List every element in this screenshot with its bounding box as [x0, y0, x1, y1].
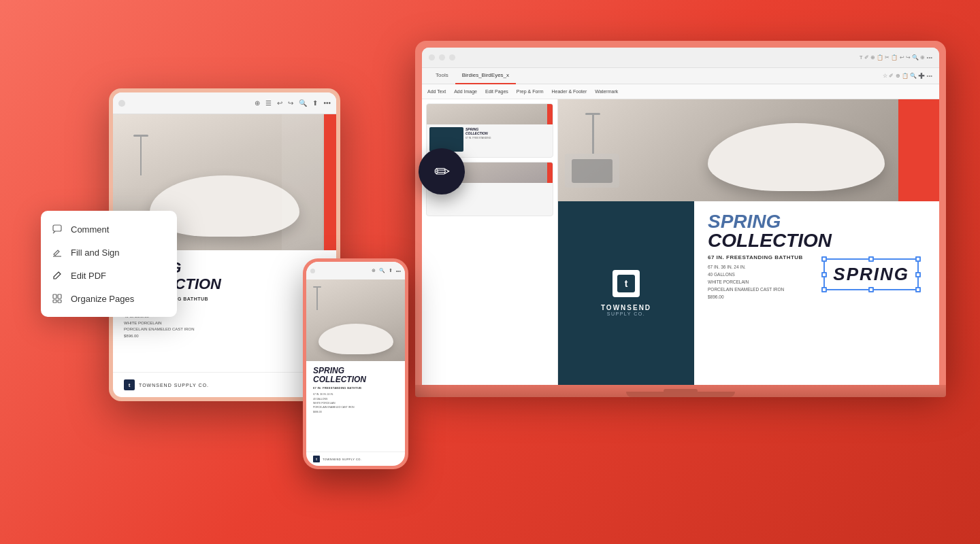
organize-label: Organize Pages	[71, 294, 134, 304]
laptop-menu-bar: Add Text Add Image Edit Pages Prep & For…	[422, 84, 939, 99]
svg-rect-0	[53, 225, 61, 231]
phone-back-icon[interactable]	[310, 269, 315, 273]
resize-handle-mr[interactable]	[915, 272, 921, 277]
laptop-collection-word: COLLECTION	[708, 230, 832, 251]
svg-rect-5	[53, 300, 56, 303]
laptop-toolbar-icons: T ✐ ⊕ 📋 ✂ 📋 ↩ ↪ 🔍 ⊕ •••	[860, 54, 932, 61]
laptop-tab-controls: ☆ ✐ ⊕ 📋 🔍 ➕ •••	[883, 73, 932, 79]
phone-device: ⊕ 🔍 ⬆ ••• SPRING COLLECTION 67 IN. FREES…	[303, 258, 408, 469]
laptop-brand-sub: SUPPLY CO.	[607, 311, 645, 316]
menu-item-organize[interactable]: Organize Pages	[41, 287, 177, 310]
laptop-sidebar: SPRINGCOLLECTION 67 IN. FREESTANDING Add…	[422, 99, 558, 385]
laptop-content-panel: SPRING COLLECTION 67 IN. FREESTANDING BA…	[694, 201, 939, 385]
toolbar-icon-6[interactable]: ⬆	[312, 99, 318, 107]
svg-rect-6	[58, 300, 61, 303]
spring-selected-text: SPRING	[833, 264, 909, 284]
resize-handle-tl[interactable]	[821, 256, 827, 262]
fill-sign-label: Fill and Sign	[71, 248, 120, 258]
laptop-brand-panel: t TOWNSEND SUPPLY CO.	[558, 201, 694, 385]
menu-item-edit-pdf[interactable]: Edit PDF	[41, 264, 177, 287]
townsend-logo-letter: t	[617, 275, 635, 292]
laptop-content-area: SPRINGCOLLECTION 67 IN. FREESTANDING Add…	[422, 99, 939, 385]
laptop-notch	[664, 389, 698, 393]
townsend-logo-phone: t	[313, 456, 320, 462]
laptop-menu-add-text[interactable]: Add Text	[427, 89, 446, 94]
fab-edit-icon: ✏	[434, 160, 450, 183]
context-menu: Comment Fill and Sign Edit PDF Orga	[41, 211, 177, 317]
resize-handle-ml[interactable]	[821, 272, 827, 277]
laptop-menu-edit-pages[interactable]: Edit Pages	[485, 89, 508, 94]
laptop-spring-title: SPRING COLLECTION	[708, 212, 926, 250]
laptop-tab-bar: Tools Birdies_BirdEyes_x ☆ ✐ ⊕ 📋 🔍 ➕ •••	[422, 68, 939, 84]
laptop-dot-1	[429, 54, 435, 61]
phone-toolbar: ⊕ 🔍 ⬆ •••	[306, 262, 405, 279]
phone-document-content: SPRING COLLECTION 67 IN. FREESTANDING BA…	[306, 361, 405, 452]
townsend-logo-large: t	[612, 270, 640, 297]
laptop-base	[415, 385, 946, 397]
laptop-menu-prep-form[interactable]: Prep & Form	[517, 89, 544, 94]
townsend-logo-tablet: t	[124, 379, 135, 390]
menu-item-fill-sign[interactable]: Fill and Sign	[41, 241, 177, 264]
laptop-spring-word: SPRING	[708, 211, 781, 232]
toolbar-back-icon[interactable]	[118, 100, 125, 107]
laptop-tab-tools[interactable]: Tools	[429, 68, 455, 84]
laptop-toolbar: T ✐ ⊕ 📋 ✂ 📋 ↩ ↪ 🔍 ⊕ •••	[422, 48, 939, 68]
laptop-dot-2	[439, 54, 445, 61]
menu-item-comment[interactable]: Comment	[41, 218, 177, 241]
laptop-brand-name: TOWNSEND	[601, 304, 651, 311]
toolbar-icon-4[interactable]: ↪	[288, 99, 293, 107]
toolbar-icon-2[interactable]: ☰	[265, 99, 272, 107]
laptop-menu-watermark[interactable]: Watermark	[595, 89, 618, 94]
phone-document-image	[306, 279, 405, 361]
laptop-menu-header-footer[interactable]: Header & Footer	[552, 89, 587, 94]
svg-rect-4	[58, 294, 61, 299]
resize-handle-bm[interactable]	[868, 287, 874, 292]
comment-icon	[52, 224, 63, 235]
laptop-display: T ✐ ⊕ 📋 ✂ 📋 ↩ ↪ 🔍 ⊕ ••• Tools Birdies_Bi…	[422, 48, 939, 385]
organize-icon	[52, 293, 63, 304]
phone-footer: t TOWNSEND SUPPLY CO.	[306, 452, 405, 466]
toolbar-icon-7[interactable]: •••	[323, 99, 331, 107]
edit-pdf-icon	[52, 270, 63, 281]
spring-text-box-selected[interactable]: SPRING	[823, 258, 919, 290]
phone-product-subtitle: 67 IN. FREESTANDING BATHTUB	[313, 386, 398, 390]
fill-sign-icon	[52, 247, 63, 258]
laptop-tab-document[interactable]: Birdies_BirdEyes_x	[455, 68, 516, 84]
phone-spring-title: SPRING COLLECTION	[313, 367, 398, 384]
fab-edit-button[interactable]: ✏	[419, 148, 465, 194]
resize-handle-br[interactable]	[915, 287, 921, 292]
laptop-document-body: t TOWNSEND SUPPLY CO. SPRING COLLECTION …	[558, 201, 939, 385]
laptop-menu-add-image[interactable]: Add Image	[454, 89, 477, 94]
townsend-brand-phone: TOWNSEND SUPPLY CO.	[323, 458, 362, 461]
laptop-dot-3	[449, 54, 455, 61]
laptop-document-header-image	[558, 99, 939, 201]
laptop-device: T ✐ ⊕ 📋 ✂ 📋 ↩ ↪ 🔍 ⊕ ••• Tools Birdies_Bi…	[415, 41, 946, 397]
tablet-toolbar: ⊕ ☰ ↩ ↪ 🔍 ⬆ •••	[113, 92, 336, 114]
svg-rect-3	[53, 294, 56, 299]
edit-pdf-label: Edit PDF	[71, 271, 106, 281]
laptop-screen: T ✐ ⊕ 📋 ✂ 📋 ↩ ↪ 🔍 ⊕ ••• Tools Birdies_Bi…	[415, 41, 946, 385]
toolbar-icon-1[interactable]: ⊕	[255, 99, 260, 107]
toolbar-icon-3[interactable]: ↩	[277, 99, 282, 107]
resize-handle-bl[interactable]	[821, 287, 827, 292]
resize-handle-tr[interactable]	[915, 256, 921, 262]
phone-product-specs: 67 IN. 36 IN. 24 IN. 40 GALLONS WHITE PO…	[313, 392, 398, 413]
toolbar-icon-5[interactable]: 🔍	[299, 99, 307, 107]
resize-handle-tm[interactable]	[868, 256, 874, 262]
laptop-main-document: t TOWNSEND SUPPLY CO. SPRING COLLECTION …	[558, 99, 939, 385]
comment-label: Comment	[71, 224, 109, 235]
townsend-brand-tablet: TOWNSEND SUPPLY CO.	[139, 383, 209, 388]
